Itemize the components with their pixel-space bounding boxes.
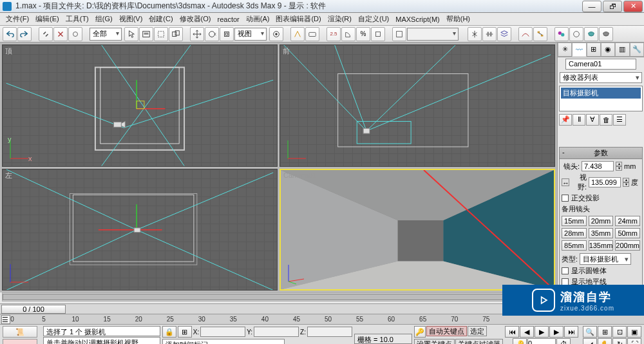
zoom-extents-button[interactable]: ⊡ [612, 326, 627, 338]
material-editor-button[interactable] [554, 27, 569, 41]
remove-modifier-button[interactable]: 🗑 [600, 114, 612, 126]
menu-modifiers[interactable]: 修改器(O) [176, 13, 214, 25]
selection-filter-dropdown[interactable]: 全部 [90, 28, 122, 41]
manipulate-button[interactable] [290, 27, 305, 41]
close-button[interactable]: ✕ [623, 1, 643, 12]
set-key-mode-button[interactable]: 设置关键点 [414, 339, 455, 344]
tab-motion[interactable]: ◉ [601, 43, 615, 57]
lens-spinner[interactable]: 7.438 [582, 161, 614, 171]
lens-preset-35[interactable]: 35mm [589, 228, 614, 238]
curve-editor-button[interactable] [518, 27, 533, 41]
menu-render[interactable]: 渲染(R) [325, 13, 355, 25]
lens-preset-28[interactable]: 28mm [562, 228, 587, 238]
menu-graph[interactable]: 图表编辑器(D) [272, 13, 324, 25]
restore-button[interactable]: 🗗 [603, 1, 622, 12]
lock-selection-button[interactable]: 🔒 [162, 326, 176, 338]
schematic-button[interactable] [533, 27, 547, 41]
coord-display-toggle[interactable]: ⊞ [178, 326, 192, 338]
play-button[interactable]: ▶ [535, 326, 549, 338]
redo-button[interactable] [17, 27, 32, 41]
select-region-button[interactable] [154, 27, 168, 41]
menu-customize[interactable]: 自定义(U) [355, 13, 392, 25]
scale-button[interactable] [220, 27, 234, 41]
coord-z-input[interactable] [307, 327, 352, 337]
ortho-checkbox[interactable]: 正交投影 [562, 193, 640, 203]
trackbar-toggle-button[interactable]: ☰ [1, 315, 10, 324]
ref-coord-dropdown[interactable]: 视图 [234, 28, 267, 41]
window-crossing-button[interactable] [169, 27, 183, 41]
pin-stack-button[interactable]: 📌 [559, 114, 572, 126]
lens-preset-24[interactable]: 24mm [615, 216, 640, 226]
snap-angle-button[interactable] [341, 27, 355, 41]
time-slider-thumb[interactable]: 0 / 100 [1, 305, 66, 314]
select-button[interactable] [124, 27, 138, 41]
macro-recorder-button[interactable] [3, 339, 37, 344]
viewport-left[interactable]: 左 [2, 169, 278, 291]
undo-button[interactable] [3, 27, 17, 41]
menu-group[interactable]: 组(G) [92, 13, 116, 25]
snap-percent-button[interactable]: % [356, 27, 370, 41]
snap-2d-button[interactable]: 2.5 [327, 27, 341, 41]
zoom-button[interactable]: 🔍 [583, 326, 597, 338]
prev-frame-button[interactable]: ◀ [520, 326, 534, 338]
key-mode-button[interactable]: 🔑 [513, 338, 527, 344]
time-config-button[interactable]: ⏱ [556, 338, 571, 344]
menu-views[interactable]: 视图(V) [116, 13, 146, 25]
zoom-all-button[interactable]: ⊞ [598, 326, 612, 338]
camera-type-dropdown[interactable]: 目标摄影机 [580, 253, 631, 265]
pivot-button[interactable] [269, 27, 283, 41]
show-end-result-button[interactable]: Ⅱ [573, 114, 585, 126]
stack-item-target-camera[interactable]: 目标摄影机 [561, 88, 641, 99]
lens-preset-135[interactable]: 135mm [589, 240, 614, 251]
add-time-tag[interactable]: 添加时间标记 [162, 339, 285, 344]
rotate-button[interactable] [205, 27, 219, 41]
lens-preset-20[interactable]: 20mm [589, 216, 614, 226]
named-selection-button[interactable] [392, 27, 406, 41]
lens-spin-up[interactable]: ▴ [616, 162, 622, 166]
maximize-viewport-button[interactable]: ⛶ [627, 338, 641, 344]
make-unique-button[interactable]: ∀ [586, 114, 599, 126]
tab-display[interactable]: ▥ [615, 43, 629, 57]
configure-sets-button[interactable]: ☰ [613, 114, 626, 126]
maxscript-listener-button[interactable]: 📜 [3, 326, 37, 338]
viewport-camera[interactable]: Camera01 [279, 169, 555, 291]
coord-x-input[interactable] [200, 327, 245, 337]
menu-maxscript[interactable]: MAXScript(M) [392, 14, 442, 24]
tab-create[interactable]: ✳ [558, 43, 572, 57]
bind-button[interactable] [68, 27, 82, 41]
auto-key-button[interactable]: 自动关键点 [426, 326, 467, 336]
current-frame-input[interactable] [527, 338, 556, 344]
menu-help[interactable]: 帮助(H) [443, 13, 473, 25]
tab-modify[interactable]: 〰 [572, 43, 586, 57]
fov-spin-up[interactable]: ▴ [623, 178, 629, 182]
rollout-params-header[interactable]: 参数 [559, 147, 643, 159]
menu-edit[interactable]: 编辑(E) [32, 13, 62, 25]
move-button[interactable] [190, 27, 204, 41]
fov-direction-button[interactable]: ↔ [562, 178, 569, 186]
pan-button[interactable]: ✋ [598, 338, 612, 344]
render-setup-button[interactable] [569, 27, 583, 41]
lens-preset-50[interactable]: 50mm [615, 228, 640, 238]
lens-preset-200[interactable]: 200mm [615, 240, 640, 251]
tab-utilities[interactable]: 🔧 [630, 43, 644, 57]
spinner-snap-button[interactable] [371, 27, 385, 41]
orbit-button[interactable]: ↻ [612, 338, 627, 344]
align-button[interactable] [482, 27, 497, 41]
fov-button[interactable]: ◢ [583, 338, 597, 344]
fov-spinner[interactable]: 135.099 [589, 177, 621, 187]
minimize-button[interactable]: — [582, 1, 601, 12]
goto-start-button[interactable]: ⏮ [505, 326, 519, 338]
menu-tools[interactable]: 工具(T) [62, 13, 92, 25]
layers-button[interactable] [497, 27, 511, 41]
menu-create[interactable]: 创建(C) [146, 13, 176, 25]
menu-file[interactable]: 文件(F) [3, 13, 32, 25]
render-last-button[interactable] [584, 27, 598, 41]
coord-y-input[interactable] [254, 327, 299, 337]
viewport-top[interactable]: 顶 xy [2, 44, 278, 167]
lens-preset-85[interactable]: 85mm [562, 240, 587, 251]
mirror-button[interactable] [468, 27, 482, 41]
key-filters-button[interactable]: 关键点过滤器 [455, 339, 503, 344]
zoom-extents-all-button[interactable]: ▣ [627, 326, 641, 338]
object-name-field[interactable] [565, 59, 636, 70]
modifier-list-dropdown[interactable]: 修改器列表 [560, 72, 642, 83]
